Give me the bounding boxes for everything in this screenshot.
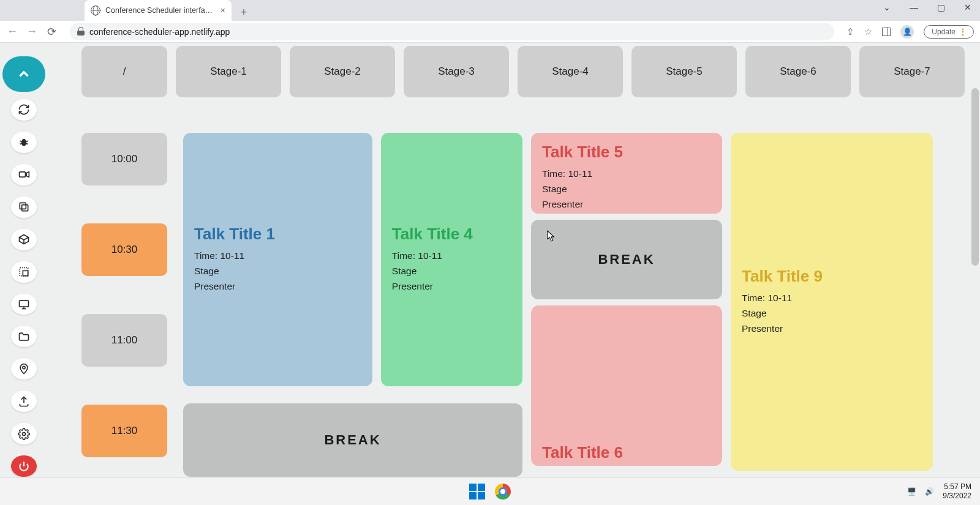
globe-icon: [91, 6, 100, 15]
vertical-scrollbar[interactable]: [971, 88, 979, 266]
bug-icon[interactable]: [11, 132, 37, 153]
svg-rect-5: [20, 172, 26, 177]
stage-header[interactable]: Stage-1: [176, 46, 281, 97]
tab-strip: Conference Scheduler interface u × + ⌄ —…: [0, 0, 980, 21]
menu-dots-icon: ⋮: [959, 28, 966, 36]
lock-icon: [77, 28, 85, 36]
talk-title: Talk Title 4: [392, 225, 511, 244]
talk-presenter: Presenter: [194, 279, 361, 294]
close-tab-icon[interactable]: ×: [221, 6, 225, 15]
tray-volume-icon[interactable]: 🔊: [925, 487, 934, 496]
svg-point-15: [23, 432, 26, 435]
time-slot[interactable]: 10:00: [81, 133, 167, 185]
maximize-icon[interactable]: ▢: [933, 2, 948, 12]
schedule-grid: / Stage-1 Stage-2 Stage-3 Stage-4 Stage-…: [48, 43, 980, 477]
video-icon[interactable]: [11, 164, 37, 185]
windows-taskbar: 🖥️ 🔊 5:57 PM 9/3/2022: [0, 477, 980, 505]
stage-header[interactable]: Stage-5: [631, 46, 737, 97]
close-icon[interactable]: ✕: [960, 2, 975, 12]
talk-time: Time: 10-11: [194, 249, 361, 264]
talk-stage: Stage: [392, 264, 511, 279]
break-card: BREAK: [531, 220, 722, 299]
talk-time: Time: 10-11: [542, 166, 711, 182]
upload-icon[interactable]: [11, 391, 37, 412]
back-button[interactable]: ←: [6, 25, 18, 38]
url-input[interactable]: conference-scheduler-app.netlify.app: [70, 23, 834, 40]
svg-line-4: [26, 144, 28, 144]
chrome-icon: [495, 484, 511, 499]
windows-logo-icon: [469, 484, 485, 499]
folder-icon[interactable]: [11, 326, 37, 347]
talk-title: Talk Title 6: [542, 443, 711, 462]
address-bar: ← → ⟳ conference-scheduler-app.netlify.a…: [0, 21, 980, 43]
stage-header[interactable]: Stage-6: [745, 46, 851, 97]
svg-point-14: [23, 366, 25, 368]
svg-rect-7: [22, 205, 28, 211]
time-slot[interactable]: 11:30: [81, 405, 167, 457]
gear-icon[interactable]: [11, 423, 37, 444]
svg-rect-11: [20, 301, 29, 307]
talk-card[interactable]: Talk Title 1 Time: 10-11 Stage Presenter: [183, 133, 372, 386]
url-text: conference-scheduler-app.netlify.app: [89, 27, 230, 37]
copy-icon[interactable]: [11, 196, 37, 218]
talk-card[interactable]: Talk Title 4 Time: 10-11 Stage Presenter: [381, 133, 522, 386]
talk-card[interactable]: Talk Title 5 Time: 10-11 Stage Presenter: [531, 133, 722, 214]
refresh-icon[interactable]: [11, 99, 37, 121]
system-tray: 🖥️ 🔊 5:57 PM 9/3/2022: [907, 482, 980, 501]
stage-header[interactable]: Stage-7: [859, 46, 965, 97]
grid-icon[interactable]: [11, 261, 37, 283]
profile-icon[interactable]: 👤: [900, 25, 914, 39]
talk-stage: Stage: [542, 182, 711, 197]
talk-presenter: Presenter: [742, 321, 922, 337]
power-icon[interactable]: [11, 455, 37, 477]
svg-line-2: [26, 141, 28, 142]
browser-chrome: Conference Scheduler interface u × + ⌄ —…: [0, 0, 980, 43]
collapse-fab[interactable]: [2, 56, 45, 92]
svg-line-1: [20, 141, 21, 142]
talk-stage: Stage: [194, 264, 361, 279]
forward-button[interactable]: →: [26, 25, 38, 38]
header-row: / Stage-1 Stage-2 Stage-3 Stage-4 Stage-…: [81, 46, 980, 97]
tab-title: Conference Scheduler interface u: [105, 6, 216, 15]
talk-time: Time: 10-11: [392, 249, 511, 264]
stage-header[interactable]: Stage-4: [518, 46, 623, 97]
tray-devices-icon[interactable]: 🖥️: [907, 487, 916, 496]
desktop-icon[interactable]: [11, 294, 37, 315]
time-column: 10:00 10:30 11:00 11:30: [81, 133, 167, 477]
talk-title: Talk Title 1: [194, 225, 361, 244]
chevron-down-icon[interactable]: ⌄: [880, 2, 894, 12]
minimize-icon[interactable]: —: [907, 2, 921, 12]
talk-title: Talk Title 9: [742, 267, 922, 286]
chrome-taskbar-icon[interactable]: [493, 482, 513, 501]
start-button[interactable]: [467, 482, 487, 501]
side-toolbar: [0, 43, 48, 477]
time-slot[interactable]: 10:30: [81, 223, 167, 276]
svg-line-3: [20, 144, 21, 144]
update-button[interactable]: Update ⋮: [924, 25, 974, 39]
talk-card[interactable]: Talk Title 6: [531, 305, 722, 466]
stage-header[interactable]: Stage-2: [290, 46, 395, 97]
box-icon[interactable]: [11, 229, 37, 250]
tray-clock[interactable]: 5:57 PM 9/3/2022: [943, 482, 971, 501]
svg-rect-10: [23, 271, 28, 275]
svg-marker-6: [26, 172, 29, 177]
new-tab-button[interactable]: +: [235, 4, 252, 21]
talk-title: Talk Title 5: [542, 143, 711, 162]
share-icon[interactable]: ⇪: [846, 26, 854, 37]
app-area: / Stage-1 Stage-2 Stage-3 Stage-4 Stage-…: [0, 43, 980, 477]
panel-icon[interactable]: [882, 28, 891, 36]
talk-time: Time: 10-11: [742, 291, 922, 306]
star-icon[interactable]: ☆: [864, 26, 872, 37]
window-controls: ⌄ — ▢ ✕: [880, 2, 975, 12]
talk-stage: Stage: [742, 306, 922, 321]
location-icon[interactable]: [11, 358, 37, 380]
time-slot[interactable]: 11:00: [81, 314, 167, 367]
talk-card[interactable]: Talk Title 9 Time: 10-11 Stage Presenter: [731, 133, 933, 471]
break-card: BREAK: [183, 403, 522, 477]
reload-button[interactable]: ⟳: [45, 25, 58, 39]
stage-header[interactable]: Stage-3: [404, 46, 509, 97]
talk-presenter: Presenter: [392, 279, 511, 294]
svg-rect-8: [20, 203, 26, 209]
browser-tab[interactable]: Conference Scheduler interface u ×: [85, 0, 232, 21]
svg-rect-9: [20, 267, 28, 275]
